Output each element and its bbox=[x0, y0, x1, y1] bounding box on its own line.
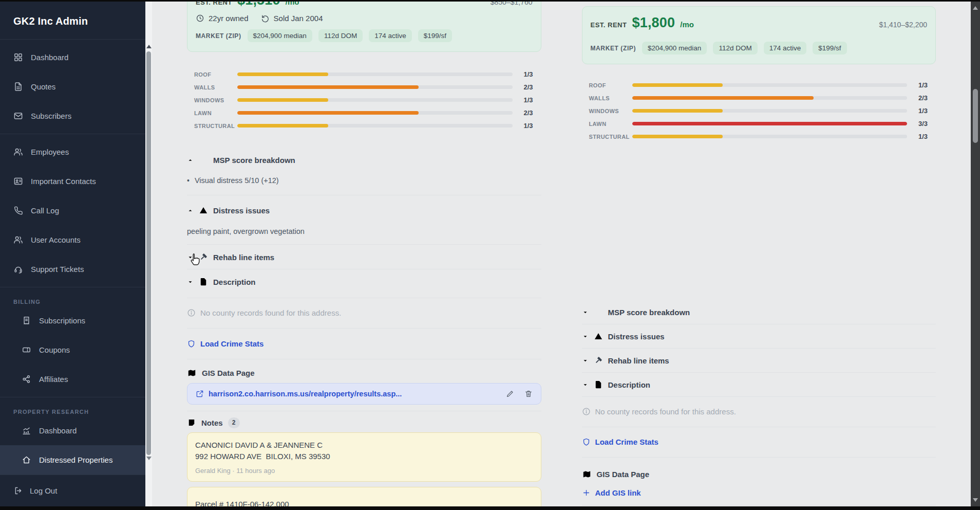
sidebar-item-dashboard[interactable]: Dashboard bbox=[0, 43, 145, 72]
description-accordion[interactable]: Description bbox=[187, 277, 541, 287]
bar-value: 3/3 bbox=[907, 120, 928, 128]
bullet-dot: • bbox=[187, 176, 190, 185]
market-zip-row: MARKET (ZIP) $204,900 median 112d DOM 17… bbox=[196, 29, 533, 42]
bar-label: ROOF bbox=[194, 71, 237, 78]
rehab-line-items-accordion[interactable]: Rehab line items bbox=[582, 349, 936, 373]
bar-label: WALLS bbox=[194, 84, 237, 90]
sidebar-item-subscriptions[interactable]: Subscriptions bbox=[0, 306, 145, 335]
divider bbox=[187, 269, 541, 269]
sidebar-item-employees[interactable]: Employees bbox=[0, 137, 145, 167]
page-scroll-down-arrow[interactable] bbox=[973, 498, 978, 502]
section-title: Rehab line items bbox=[608, 356, 669, 365]
info-circle-icon bbox=[187, 308, 196, 317]
sidebar-item-user-accounts[interactable]: User Accounts bbox=[0, 225, 145, 254]
sidebar-scroll-up-arrow[interactable] bbox=[146, 45, 152, 48]
page-scroll-up-arrow[interactable] bbox=[973, 6, 978, 10]
sidebar-item-support-tickets[interactable]: Support Tickets bbox=[0, 254, 145, 284]
load-crime-stats-link[interactable]: Load Crime Stats bbox=[187, 339, 541, 348]
chevron-down-icon bbox=[582, 333, 589, 340]
page-scrollbar-thumb[interactable] bbox=[973, 89, 978, 143]
sidebar-item-important-contacts[interactable]: Important Contacts bbox=[0, 167, 145, 196]
sidebar-item-label: Coupons bbox=[39, 345, 70, 354]
bar-track bbox=[632, 122, 908, 125]
bar-value: 1/3 bbox=[907, 133, 928, 140]
logout-label: Log Out bbox=[30, 486, 57, 495]
est-rent-unit: /mo bbox=[680, 20, 694, 29]
bar-track bbox=[237, 85, 513, 89]
page-scrollbar[interactable] bbox=[971, 2, 980, 506]
bar-fill bbox=[632, 96, 814, 100]
plus-icon bbox=[582, 488, 591, 497]
divider bbox=[187, 359, 541, 359]
sidebar-item-affiliates[interactable]: Affiliates bbox=[0, 365, 145, 394]
ownership-row: 22yr owned Sold Jan 2004 bbox=[196, 13, 533, 23]
bar-value: 1/3 bbox=[513, 122, 533, 130]
bar-fill bbox=[632, 109, 723, 113]
msp-score-accordion[interactable]: MSP score breakdown bbox=[187, 155, 541, 165]
market-ppsf-badge: $199/sf bbox=[813, 42, 846, 54]
sidebar-item-distressed-properties[interactable]: Distressed Properties bbox=[0, 445, 145, 475]
crime-stats-label: Load Crime Stats bbox=[595, 438, 658, 446]
gis-external-link[interactable]: harrison2.co.harrison.ms.us/realproperty… bbox=[196, 390, 402, 398]
sidebar-scrollbar[interactable] bbox=[145, 2, 152, 506]
delete-trash-icon[interactable] bbox=[524, 390, 533, 398]
bar-fill bbox=[632, 135, 723, 138]
description-accordion[interactable]: Description bbox=[582, 373, 936, 397]
market-dom-badge: 112d DOM bbox=[713, 42, 757, 54]
sold-history-icon bbox=[261, 14, 270, 23]
condition-bar-structural: STRUCTURAL 1/3 bbox=[194, 120, 533, 131]
bar-track bbox=[632, 96, 908, 100]
note-line: 992 HOWARD AVE BILOXI, MS 39530 bbox=[195, 451, 533, 462]
divider bbox=[187, 298, 541, 298]
shield-icon bbox=[187, 339, 196, 348]
app-title: GK2 Inc Admin bbox=[0, 2, 145, 40]
sidebar-item-subscribers[interactable]: Subscribers bbox=[0, 101, 145, 131]
notes-header: Notes 2 bbox=[187, 417, 541, 428]
bar-label: LAWN bbox=[589, 121, 632, 127]
section-title: Description bbox=[213, 278, 256, 286]
sidebar-item-quotes[interactable]: Quotes bbox=[0, 72, 145, 101]
section-title: Rehab line items bbox=[213, 253, 274, 262]
sidebar-item-property-dashboard[interactable]: Dashboard bbox=[0, 416, 145, 445]
distress-issues-accordion[interactable]: Distress issues bbox=[582, 324, 936, 349]
note-line: Parcel # 1410F-06-142.000 bbox=[195, 499, 533, 506]
hammer-icon bbox=[594, 356, 603, 365]
rent-summary-box: EST. RENT $1,510 /mo $850–$1,760 22yr ow… bbox=[187, 2, 541, 52]
sidebar-scroll-down-arrow[interactable] bbox=[146, 457, 152, 460]
users-icon bbox=[13, 147, 23, 157]
sidebar-item-call-log[interactable]: Call Log bbox=[0, 196, 145, 225]
msp-score-accordion[interactable]: MSP score breakdown bbox=[582, 300, 936, 324]
county-records-info: No county records found for this address… bbox=[582, 407, 936, 416]
bar-track bbox=[237, 98, 513, 102]
sidebar-item-coupons[interactable]: Coupons bbox=[0, 335, 145, 365]
msp-bullet-text: Visual distress 5/10 (+12) bbox=[195, 176, 279, 185]
external-link-icon bbox=[196, 390, 204, 398]
divider bbox=[187, 244, 541, 245]
rent-range: $1,410–$2,200 bbox=[879, 21, 927, 29]
sidebar-scrollbar-thumb[interactable] bbox=[146, 51, 151, 455]
logout-button[interactable]: Log Out bbox=[0, 475, 145, 506]
map-icon bbox=[582, 469, 592, 479]
load-crime-stats-link[interactable]: Load Crime Stats bbox=[582, 438, 936, 446]
info-circle-icon bbox=[582, 407, 591, 416]
rehab-line-items-accordion[interactable]: Rehab line items bbox=[187, 252, 541, 262]
score-chart-icon bbox=[199, 155, 208, 165]
chevron-down-icon bbox=[582, 309, 589, 316]
chevron-up-icon bbox=[187, 207, 194, 214]
bar-track bbox=[237, 111, 513, 115]
condition-bar-walls: WALLS 2/3 bbox=[589, 93, 928, 103]
sidebar-item-label: Quotes bbox=[31, 82, 55, 91]
distress-issues-accordion[interactable]: Distress issues bbox=[187, 205, 541, 215]
bar-label: ROOF bbox=[589, 82, 632, 88]
contact-card-icon bbox=[13, 176, 23, 186]
bar-value: 2/3 bbox=[907, 94, 928, 102]
users-icon bbox=[13, 235, 23, 245]
gis-title: GIS Data Page bbox=[597, 470, 650, 479]
add-gis-link-button[interactable]: Add GIS link bbox=[582, 488, 936, 497]
edit-pencil-icon[interactable] bbox=[506, 390, 514, 398]
note-card: CANONICI DAVID A & JEANNENE C 992 HOWARD… bbox=[187, 432, 541, 482]
map-icon bbox=[187, 368, 197, 378]
bar-fill bbox=[237, 72, 328, 76]
note-icon bbox=[187, 418, 196, 427]
crime-stats-label: Load Crime Stats bbox=[200, 339, 263, 348]
